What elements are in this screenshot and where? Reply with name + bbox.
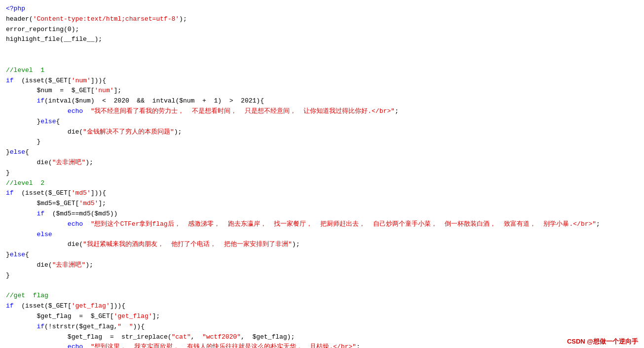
code-line-29: //get flag: [6, 291, 638, 301]
code-line-3: error_reporting(0);: [6, 25, 638, 35]
code-line-19: if (isset($_GET['md5'])){: [6, 188, 638, 199]
code-line-13: die("金钱解决不了穷人的本质问题");: [6, 127, 638, 138]
code-line-23: else: [6, 230, 638, 240]
code-line-20: $md5=$_GET['md5'];: [6, 199, 638, 209]
code-line-6: [6, 55, 638, 66]
code-line-16: die("去非洲吧");: [6, 158, 638, 168]
code-line-25: }else{: [6, 250, 638, 260]
code-line-31: $get_flag = $_GET['get_flag'];: [6, 312, 638, 322]
code-line-8: if (isset($_GET['num'])){: [6, 76, 638, 86]
code-line-7: //level 1: [6, 66, 638, 76]
code-line-9: $num = $_GET['num'];: [6, 86, 638, 96]
code-line-14: }: [6, 137, 638, 147]
code-line-26: die("去非洲吧");: [6, 260, 638, 271]
footer-bar: CSDN @想做一个逆向手: [561, 335, 644, 348]
code-line-5: [6, 45, 638, 55]
code-line-21: if ($md5==md5($md5)): [6, 209, 638, 219]
code-line-1: <?php: [6, 4, 638, 14]
code-line-24: die("我赶紧喊来我的酒肉朋友， 他打了个电话， 把他一家安排到了非洲");: [6, 240, 638, 250]
code-line-11: echo "我不经意间看了看我的劳力士， 不是想看时间， 只是想不经意间， 让你…: [6, 106, 638, 117]
code-line-28: [6, 281, 638, 291]
code-line-2: header('Content-type:text/html;charset=u…: [6, 14, 638, 25]
code-line-10: if(intval($num) < 2020 && intval($num + …: [6, 96, 638, 106]
code-line-34: echo "想到这里， 我充实而欣慰， 有钱人的快乐往往就是这么的朴实无华， 且…: [6, 342, 638, 348]
code-line-27: }: [6, 271, 638, 281]
code-line-32: if(!strstr($get_flag," ")){: [6, 322, 638, 332]
code-line-12: }else{: [6, 117, 638, 127]
footer-label: CSDN @想做一个逆向手: [567, 338, 638, 345]
code-line-22: echo "想到这个CTFer拿到flag后， 感激涕零， 跑去东瀛岸， 找一家…: [6, 219, 638, 230]
code-line-18: //level 2: [6, 178, 638, 189]
code-line-4: highlight_file(__file__);: [6, 35, 638, 45]
code-line-17: }: [6, 168, 638, 178]
code-container: <?php header('Content-type:text/html;cha…: [0, 0, 644, 348]
code-line-30: if (isset($_GET['get_flag'])){: [6, 301, 638, 312]
code-line-15: }else{: [6, 147, 638, 158]
code-line-33: $get_flag = str_ireplace("cat", "wctf202…: [6, 332, 638, 343]
